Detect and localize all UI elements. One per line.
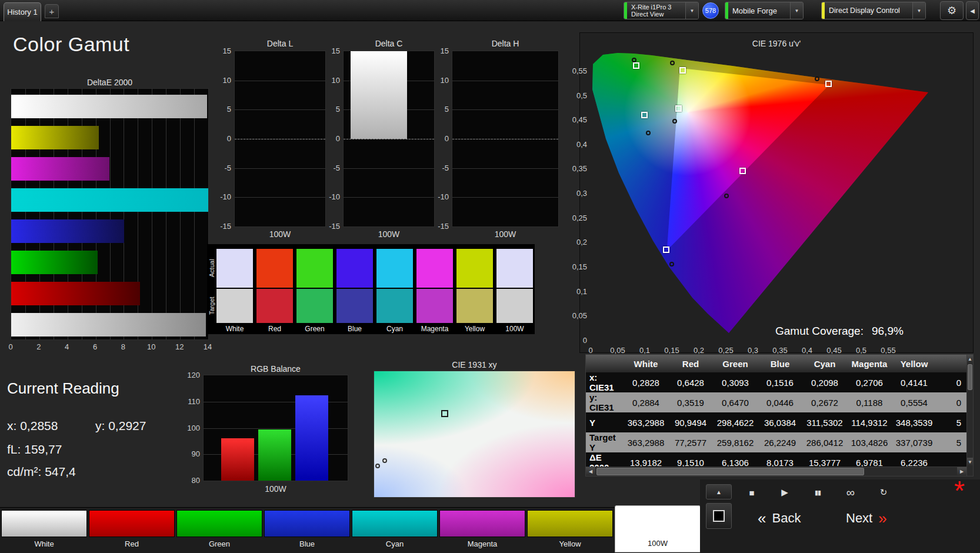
axis-tick-label: -15 [429, 222, 449, 231]
table-cell: 311,5302 [802, 412, 847, 432]
chevron-down-icon[interactable]: ▼ [790, 2, 803, 19]
axis-tick-label: 0,15 [566, 262, 587, 271]
table-cell: 0,3519 [668, 392, 713, 412]
axis-tick-label: 0,2 [566, 238, 587, 246]
axis-tick-label: 0,55 [566, 66, 587, 75]
axis-tick-label: 14 [201, 342, 215, 351]
table-vertical-scrollbar[interactable]: ▲ ▼ [966, 355, 973, 476]
table-row: Y363,298890,9494298,462236,0384311,53021… [586, 412, 966, 432]
pattern-patch-blue[interactable] [264, 510, 350, 537]
actual-swatch-blue [336, 249, 373, 288]
pause-button[interactable]: ▮▮ [804, 484, 832, 501]
deltae-bar-magenta [11, 157, 109, 181]
target-point-yellow [679, 67, 686, 74]
horizontal-scroll-thumb[interactable] [596, 468, 864, 475]
table-cell: 0,2098 [802, 372, 847, 392]
settings-button[interactable]: ⚙ [940, 1, 964, 20]
reading-luminance: cd/m²: 547,4 [7, 465, 76, 479]
collapse-panel-button[interactable]: ◀ [966, 1, 979, 20]
pattern-patch-cyan[interactable] [352, 510, 438, 537]
axis-tick-label: -5 [429, 164, 449, 172]
gridline [235, 109, 325, 110]
axis-tick-label: 0,1 [632, 346, 658, 355]
pattern-patch-red[interactable] [89, 510, 175, 537]
play-button[interactable]: ▶ [771, 484, 799, 501]
pattern-patch-label: Cyan [352, 539, 438, 548]
axis-tick-label: 0,35 [566, 164, 587, 173]
zero-line [235, 139, 325, 139]
target-swatch-100w [496, 289, 533, 323]
pattern-patch-label: Red [89, 539, 175, 548]
pattern-source-dropdown[interactable]: Mobile Forge ▼ [725, 2, 804, 19]
target-point-cyan [641, 112, 648, 118]
gamut-coverage-value: 96,9% [872, 325, 904, 337]
meter-line2: Direct View [631, 11, 681, 18]
table-horizontal-scrollbar[interactable]: ◀ ▶ [586, 467, 966, 476]
add-tab-button[interactable]: + [45, 4, 59, 18]
table-column-header: Yellow [892, 355, 936, 372]
deltae-chart [11, 88, 209, 340]
axis-tick-label: 0,4 [794, 346, 820, 355]
measurement-table: WhiteRedGreenBlueCyanMagentaYellow x: CI… [585, 354, 974, 477]
reading-fl-value: 159,77 [24, 442, 62, 456]
pattern-up-button[interactable]: ▲ [706, 484, 732, 499]
table-cell: 0,4141 [892, 372, 936, 392]
reading-y: y: 0,2927 [95, 419, 146, 433]
current-reading-title: Current Reading [7, 379, 119, 398]
target-swatch-cyan [376, 289, 413, 323]
chevron-down-icon[interactable]: ▼ [912, 2, 925, 19]
target-swatch-green [296, 289, 333, 323]
chevron-down-icon[interactable]: ▼ [685, 2, 698, 19]
axis-tick-label: 6 [88, 342, 102, 351]
delta-h-chart: 151050-5-10-15 [452, 51, 559, 227]
delta-c-chart: 151050-5-10-15 [343, 51, 435, 227]
table-column-header: Magenta [847, 355, 892, 372]
axis-tick-label: 5 [429, 105, 449, 114]
tab-history[interactable]: History 1 [4, 2, 41, 21]
next-button[interactable]: Next » [846, 508, 893, 529]
axis-tick-label: 0,45 [566, 115, 587, 124]
axis-tick-label: 0,3 [740, 346, 766, 355]
loop-button[interactable]: ∞ [836, 484, 865, 501]
table-cell: 0,2828 [624, 372, 668, 392]
pattern-patch-magenta[interactable] [439, 510, 525, 537]
back-button[interactable]: « Back [752, 508, 801, 529]
target-swatch-magenta [416, 289, 453, 323]
refresh-button[interactable]: ↻ [869, 484, 898, 501]
stop-button[interactable]: ■ [738, 484, 766, 501]
pattern-patch-green[interactable] [176, 510, 262, 537]
meter-dropdown[interactable]: X-Rite i1Pro 3 Direct View ▼ [624, 2, 699, 19]
cie1931-diagram [374, 371, 575, 498]
meter-line1: X-Rite i1Pro 3 [631, 4, 681, 11]
target-swatch-white [216, 289, 253, 323]
scroll-up-button[interactable]: ▲ [967, 355, 973, 363]
axis-tick-label: 15 [211, 46, 231, 55]
scroll-right-button[interactable]: ▶ [957, 467, 966, 476]
table-cell: 363,2988 [624, 412, 668, 432]
rgb-bar-red [221, 438, 254, 481]
axis-tick-label: 8 [116, 342, 130, 351]
cie1976-title: CIE 1976 u'v' [580, 39, 973, 48]
delta-l-title: Delta L [234, 39, 326, 48]
table-header-row: WhiteRedGreenBlueCyanMagentaYellow [586, 355, 966, 372]
target-point-blue [663, 246, 669, 253]
delta-l-chart: 151050-5-10-15 [234, 51, 326, 227]
tab-history-label: History 1 [7, 8, 37, 16]
display-control-dropdown[interactable]: Direct Display Control ▼ [821, 2, 926, 19]
measured-point-magenta [724, 194, 729, 198]
scroll-left-button[interactable]: ◀ [586, 467, 595, 476]
pattern-patch-white[interactable] [1, 510, 87, 537]
scroll-down-button[interactable]: ▼ [967, 458, 973, 466]
pattern-patch-yellow[interactable] [527, 510, 613, 537]
table-cell: 286,0412 [802, 432, 847, 452]
pattern-window-button[interactable] [706, 503, 732, 529]
pattern-patch-100w[interactable]: 100W [615, 505, 701, 552]
target-point-magenta [739, 168, 746, 174]
axis-tick-label: 100 [180, 424, 200, 432]
gridline [344, 197, 434, 198]
vertical-scroll-thumb[interactable] [968, 364, 972, 390]
table-cell: 298,4622 [713, 412, 758, 432]
gridline [235, 197, 325, 198]
table-row: x: CIE310,28280,64280,30930,15160,20980,… [586, 372, 966, 392]
table-cell: 0,2884 [624, 392, 668, 412]
